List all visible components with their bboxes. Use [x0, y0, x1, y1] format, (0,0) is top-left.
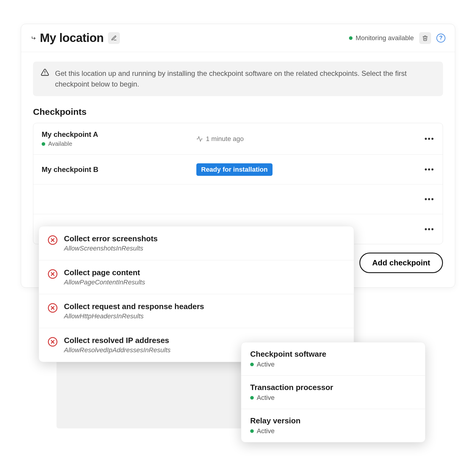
card-header: ↵ My location Monitoring available ?	[21, 24, 455, 52]
checkpoint-name: My checkpoint A	[42, 130, 196, 139]
status-dot-icon	[250, 363, 254, 366]
status-dot-icon	[349, 36, 353, 40]
row-menu-button[interactable]: •••	[425, 165, 434, 174]
install-badge: Ready for installation	[196, 163, 273, 176]
collect-option-title: Collect resolved IP addreses	[64, 336, 170, 345]
trash-icon	[422, 35, 428, 41]
status-component-value: Active	[257, 361, 275, 368]
disabled-icon	[48, 235, 57, 245]
edit-title-button[interactable]	[108, 32, 120, 44]
activity-icon	[196, 136, 203, 142]
status-component-row: Relay version Active	[241, 409, 425, 442]
back-icon[interactable]: ↵	[31, 35, 36, 41]
checkpoints-heading: Checkpoints	[33, 107, 443, 117]
setup-info-text: Get this location up and running by inst…	[55, 68, 435, 90]
status-component-row: Checkpoint software Active	[241, 342, 425, 376]
monitoring-status-label: Monitoring available	[356, 34, 414, 42]
status-component-title: Transaction processor	[250, 383, 416, 392]
disabled-icon	[48, 303, 57, 313]
collect-option-key: AllowHttpHeadersInResults	[64, 312, 204, 320]
status-component-row: Transaction processor Active	[241, 376, 425, 409]
collect-settings-popover: Collect error screenshots AllowScreensho…	[39, 226, 354, 362]
checkpoint-row[interactable]: My checkpoint B Ready for installation •…	[33, 155, 443, 184]
pencil-icon	[111, 35, 117, 41]
status-dot-icon	[250, 429, 254, 433]
collect-option-title: Collect page content	[64, 268, 145, 277]
status-component-title: Checkpoint software	[250, 350, 416, 359]
row-menu-button[interactable]: •••	[425, 195, 434, 204]
checkpoint-time: 1 minute ago	[206, 135, 244, 143]
warning-icon	[41, 68, 49, 79]
checkpoint-status: Available	[48, 140, 72, 147]
collect-option-key: AllowResolvedIpAddressesInResults	[64, 346, 170, 354]
status-component-value: Active	[257, 427, 275, 435]
collect-option-title: Collect error screenshots	[64, 234, 158, 243]
delete-button[interactable]	[419, 32, 431, 44]
collect-option-row[interactable]: Collect request and response headers All…	[39, 294, 354, 328]
page-title: My location	[40, 31, 104, 45]
status-dot-icon	[42, 142, 45, 146]
checkpoint-name: My checkpoint B	[42, 165, 196, 174]
disabled-icon	[48, 269, 57, 279]
disabled-icon	[48, 337, 57, 347]
monitoring-status: Monitoring available	[349, 34, 414, 42]
component-status-popover: Checkpoint software Active Transaction p…	[241, 342, 425, 442]
status-component-value: Active	[257, 394, 275, 402]
collect-option-key: AllowScreenshotsInResults	[64, 245, 158, 252]
status-dot-icon	[250, 396, 254, 400]
collect-option-row[interactable]: Collect page content AllowPageContentInR…	[39, 260, 354, 294]
row-menu-button[interactable]: •••	[425, 134, 434, 143]
collect-option-title: Collect request and response headers	[64, 302, 204, 311]
setup-info-banner: Get this location up and running by inst…	[33, 62, 443, 96]
checkpoint-row[interactable]: My checkpoint A Available 1 minute ago •…	[33, 123, 443, 155]
collect-option-row[interactable]: Collect error screenshots AllowScreensho…	[39, 226, 354, 260]
checkpoint-row[interactable]: •••	[33, 184, 443, 214]
row-menu-button[interactable]: •••	[425, 225, 434, 234]
collect-option-key: AllowPageContentInResults	[64, 278, 145, 286]
help-icon[interactable]: ?	[436, 34, 445, 43]
status-component-title: Relay version	[250, 416, 416, 425]
add-checkpoint-button[interactable]: Add checkpoint	[359, 253, 443, 273]
